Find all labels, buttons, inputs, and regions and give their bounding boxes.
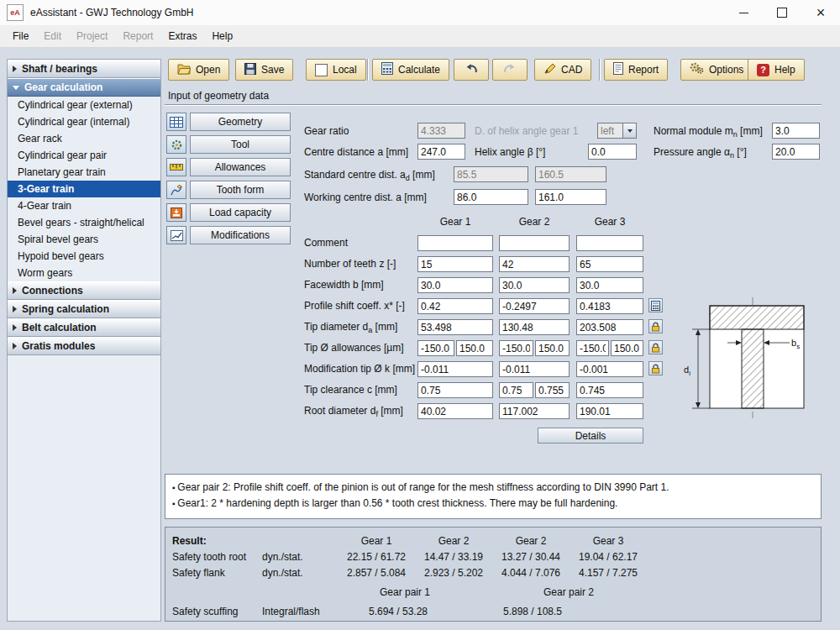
tip-allowance-gear2-upper-input[interactable]: [535, 340, 570, 356]
help-button[interactable]: Help: [748, 59, 805, 81]
minimize-button[interactable]: [724, 0, 763, 25]
facewidth-gear1-input[interactable]: [417, 277, 493, 293]
results-header-gear-pair2: Gear pair 2: [497, 586, 640, 598]
centre-distance-input[interactable]: [417, 144, 465, 160]
toolbar-separator: [367, 59, 369, 81]
root-diameter-gear3-input[interactable]: [576, 403, 643, 419]
tip-allowance-gear1-upper-input[interactable]: [456, 340, 493, 356]
profile-shift-gear1-input[interactable]: [417, 298, 493, 314]
undo-button[interactable]: [454, 59, 489, 81]
working-centre-distance-1-input[interactable]: [454, 189, 528, 205]
options-button[interactable]: Options: [680, 59, 753, 81]
sidebar-section-gratis-modules[interactable]: Gratis modules: [8, 337, 160, 355]
sidebar-section-spring-calculation[interactable]: Spring calculation: [8, 300, 160, 318]
tip-diameter-gear3-input[interactable]: [576, 319, 643, 335]
menu-help[interactable]: Help: [204, 25, 240, 47]
sidebar-section-belt-calculation[interactable]: Belt calculation: [8, 318, 160, 337]
tip-allowance-gear3-upper-input[interactable]: [611, 340, 643, 356]
save-button[interactable]: Save: [235, 59, 293, 81]
root-diameter-gear2-input[interactable]: [499, 403, 570, 419]
local-toggle[interactable]: Local: [306, 59, 366, 81]
allowances-button[interactable]: Allowances: [190, 158, 291, 176]
modification-gear2-input[interactable]: [499, 361, 570, 377]
sidebar-item-4-gear-train[interactable]: 4-Gear train: [8, 197, 160, 214]
profile-shift-gear2-input[interactable]: [499, 298, 570, 314]
svg-text:di: di: [684, 365, 690, 377]
tool-button[interactable]: Tool: [190, 135, 291, 154]
sidebar-section-gear-calculation[interactable]: Gear calculation: [8, 78, 160, 97]
tip-clearance-gear1-input[interactable]: [417, 382, 493, 398]
menu-extras[interactable]: Extras: [160, 25, 204, 47]
chevron-down-icon[interactable]: [622, 123, 636, 138]
report-button[interactable]: Report: [604, 59, 668, 81]
sidebar-item-3-gear-train[interactable]: 3-Gear train: [8, 181, 160, 197]
tip-diameter-lock-button[interactable]: [648, 319, 663, 333]
cad-button[interactable]: CAD: [534, 59, 591, 81]
close-button[interactable]: [801, 0, 840, 25]
comment-gear2-input[interactable]: [499, 235, 570, 251]
load-capacity-button[interactable]: Load capacity: [190, 203, 291, 222]
modifications-button[interactable]: Modifications: [190, 226, 291, 244]
modification-gear3-input[interactable]: [576, 361, 643, 377]
tip-allowance-gear2-lower-input[interactable]: [499, 340, 533, 356]
root-diameter-gear1-input[interactable]: [417, 403, 493, 419]
sidebar-section-connections[interactable]: Connections: [8, 281, 160, 300]
warning-message-1: Gear pair 2: Profile shift coeff. of the…: [172, 480, 814, 496]
maximize-button[interactable]: [763, 0, 801, 25]
sidebar-section-label: Gear calculation: [24, 81, 102, 93]
tip-allowance-gear1-lower-input[interactable]: [417, 340, 454, 356]
normal-module-input[interactable]: [772, 123, 820, 139]
modification-lock-button[interactable]: [648, 361, 663, 375]
comment-label: Comment: [304, 237, 348, 249]
results-header-gear-pair1: Gear pair 1: [333, 586, 476, 598]
helix-direction-select[interactable]: left: [597, 123, 637, 139]
tip-diameter-gear2-input[interactable]: [499, 319, 570, 335]
sidebar-item-planetary-gear-train[interactable]: Planetary gear train: [8, 164, 160, 181]
standard-centre-distance-label: Standard centre dist. ad [mm]: [304, 169, 435, 182]
sidebar-item-cylindrical-gear-internal[interactable]: Cylindrical gear (internal): [8, 113, 160, 130]
calculate-button[interactable]: Calculate: [372, 59, 449, 81]
sidebar-section-shaft-bearings[interactable]: Shaft / bearings: [8, 60, 160, 78]
sidebar-item-spiral-bevel-gears[interactable]: Spiral bevel gears: [8, 231, 160, 248]
geometry-button[interactable]: Geometry: [190, 113, 291, 131]
sidebar-item-worm-gears[interactable]: Worm gears: [8, 265, 160, 281]
facewidth-gear2-input[interactable]: [499, 277, 570, 293]
helix-angle-input[interactable]: [588, 144, 637, 160]
sidebar-item-hypoid-bevel-gears[interactable]: Hypoid bevel gears: [8, 248, 160, 265]
teeth-gear3-input[interactable]: [576, 256, 643, 272]
tip-clearance-gear3-input[interactable]: [576, 382, 643, 398]
tip-diameter-gear1-input[interactable]: [417, 319, 493, 335]
help-question-icon: [757, 64, 769, 76]
profile-shift-sizing-button[interactable]: [648, 298, 663, 312]
safety-flank-mode: dyn./stat.: [262, 567, 303, 579]
facewidth-label: Facewidth b [mm]: [304, 279, 384, 291]
facewidth-gear3-input[interactable]: [576, 277, 643, 293]
sidebar-item-cylindrical-gear-external[interactable]: Cylindrical gear (external): [8, 97, 160, 113]
comment-gear3-input[interactable]: [576, 235, 643, 251]
details-button[interactable]: Details: [538, 428, 643, 444]
tip-clearance-gear2b-input[interactable]: [535, 382, 570, 398]
profile-shift-gear3-input[interactable]: [576, 298, 643, 314]
sidebar-item-gear-rack[interactable]: Gear rack: [8, 130, 160, 147]
teeth-gear2-input[interactable]: [499, 256, 570, 272]
pressure-angle-input[interactable]: [772, 144, 820, 160]
window-controls: [724, 0, 840, 25]
results-panel: Result: Gear 1 Gear 2 Gear 2 Gear 3 Safe…: [165, 527, 822, 622]
divider: [165, 104, 822, 106]
menu-file[interactable]: File: [5, 25, 36, 47]
open-button[interactable]: Open: [168, 59, 229, 81]
teeth-gear1-input[interactable]: [417, 256, 493, 272]
tip-diameter-label: Tip diameter da [mm]: [304, 321, 397, 334]
modification-gear1-input[interactable]: [417, 361, 493, 377]
tooth-form-button[interactable]: Tooth form: [190, 181, 291, 199]
sidebar-section-label: Spring calculation: [22, 303, 109, 315]
sidebar-item-cylindrical-gear-pair[interactable]: Cylindrical gear pair: [8, 147, 160, 164]
tip-clearance-gear2a-input[interactable]: [499, 382, 533, 398]
sidebar-item-bevel-gears[interactable]: Bevel gears - straight/helical: [8, 214, 160, 231]
tip-clearance-label: Tip clearance c [mm]: [304, 384, 397, 396]
working-centre-distance-2-input[interactable]: [535, 189, 606, 205]
comment-gear1-input[interactable]: [417, 235, 493, 251]
tip-allowances-lock-button[interactable]: [648, 340, 663, 354]
tip-allowance-gear3-lower-input[interactable]: [576, 340, 609, 356]
local-checkbox[interactable]: [315, 64, 328, 76]
